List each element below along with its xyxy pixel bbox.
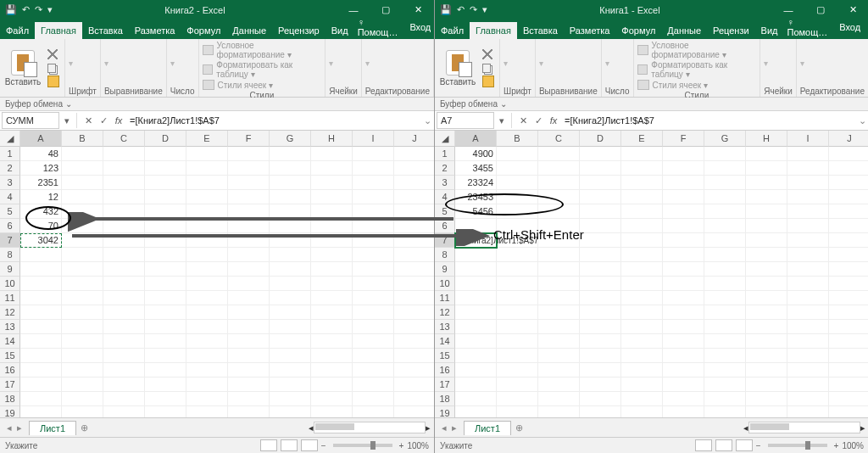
cell-J18[interactable] [829,392,868,406]
cell-A15[interactable] [455,349,497,363]
cell-H13[interactable] [311,320,353,334]
row-header-10[interactable]: 10 [435,277,455,291]
cell-F14[interactable] [228,334,270,349]
cell-F5[interactable] [663,204,704,219]
cell-I17[interactable] [787,378,829,392]
ribbon-group-Шрифт[interactable]: ▾Шрифт [500,39,536,97]
col-header-H[interactable]: H [746,131,787,147]
cell-G13[interactable] [704,320,746,334]
cell-A1[interactable]: 4900 [455,147,497,161]
cell-B13[interactable] [62,320,103,334]
cell-C4[interactable] [103,190,145,204]
cell-A11[interactable] [455,291,497,305]
fx-icon[interactable]: fx [111,115,126,126]
cell-B18[interactable] [62,392,103,406]
cell-J15[interactable] [829,349,868,363]
cell-H7[interactable] [746,233,787,248]
ribbon-tab-вид[interactable]: Вид [326,22,354,39]
undo-icon[interactable]: ↶ [22,4,30,15]
cell-E4[interactable] [621,190,663,204]
cell-A13[interactable] [455,320,497,334]
cell-F7[interactable] [663,233,704,248]
cell-D15[interactable] [145,349,186,363]
cell-E12[interactable] [186,305,228,320]
zoom-slider[interactable] [768,444,827,447]
row-header-8[interactable]: 8 [435,248,455,262]
cell-B8[interactable] [497,248,538,262]
clipboard-caption[interactable]: Буфер обмена ⌄ [435,98,868,111]
cell-I19[interactable] [353,406,394,417]
zoom-slider[interactable] [333,444,392,447]
cell-H8[interactable] [746,248,787,262]
cell-G11[interactable] [704,291,746,305]
cell-C14[interactable] [538,334,580,349]
row-header-6[interactable]: 6 [435,219,455,233]
cell-C17[interactable] [103,378,145,392]
cell-H3[interactable] [746,176,787,190]
cell-B16[interactable] [497,363,538,378]
cell-B9[interactable] [62,262,103,277]
cell-J9[interactable] [829,262,868,277]
cell-D5[interactable] [145,204,186,219]
cell-C7[interactable] [103,233,145,248]
cell-I8[interactable] [787,248,829,262]
cell-H12[interactable] [311,305,353,320]
cell-I14[interactable] [787,334,829,349]
cell-F18[interactable] [663,392,704,406]
cell-A4[interactable]: 12 [20,190,62,204]
ribbon-tab-вставка[interactable]: Вставка [82,22,129,39]
row-header-4[interactable]: 4 [0,190,20,204]
copy-button[interactable] [482,62,496,74]
cell-B13[interactable] [497,320,538,334]
cell-H16[interactable] [746,363,787,378]
cell-A15[interactable] [20,349,62,363]
cell-B11[interactable] [497,291,538,305]
ribbon-group-Ячейки[interactable]: ▾Ячейки [760,39,797,97]
cell-A19[interactable] [20,406,62,417]
cell-C8[interactable] [103,248,145,262]
cell-G16[interactable] [270,363,311,378]
cell-I12[interactable] [787,305,829,320]
cell-H14[interactable] [311,334,353,349]
worksheet-grid[interactable]: ◢ABCDEFGHIJ14821233235141254326707304289… [0,131,434,417]
cell-A14[interactable] [20,334,62,349]
cell-G1[interactable] [704,147,746,161]
row-header-8[interactable]: 8 [0,248,20,262]
cell-A1[interactable]: 48 [20,147,62,161]
cell-J3[interactable] [394,176,434,190]
cell-D3[interactable] [145,176,186,190]
row-header-9[interactable]: 9 [435,262,455,277]
cell-G14[interactable] [704,334,746,349]
cell-J11[interactable] [394,291,434,305]
view-pagebreak-icon[interactable] [301,439,318,451]
cell-E19[interactable] [621,406,663,417]
undo-icon[interactable]: ↶ [457,4,465,15]
cell-J2[interactable] [829,161,868,176]
cell-F11[interactable] [228,291,270,305]
cell-G9[interactable] [270,262,311,277]
cell-C5[interactable] [103,204,145,219]
cell-D18[interactable] [580,392,621,406]
login-link[interactable]: Вход [406,20,434,34]
cell-D10[interactable] [580,277,621,291]
col-header-G[interactable]: G [270,131,311,147]
cell-A5[interactable]: 5456 [455,204,497,219]
row-header-19[interactable]: 19 [435,406,455,417]
select-all-corner[interactable]: ◢ [0,131,20,147]
cell-F12[interactable] [228,305,270,320]
cell-A18[interactable] [455,392,497,406]
cell-E1[interactable] [621,147,663,161]
cell-B8[interactable] [62,248,103,262]
zoom-out-icon[interactable]: − [756,441,761,450]
cell-E15[interactable] [186,349,228,363]
cell-D13[interactable] [580,320,621,334]
cell-D12[interactable] [145,305,186,320]
cell-I18[interactable] [787,392,829,406]
row-header-5[interactable]: 5 [0,204,20,219]
cell-A6[interactable] [455,219,497,233]
cell-H2[interactable] [311,161,353,176]
cell-F16[interactable] [663,363,704,378]
cell-C12[interactable] [538,305,580,320]
cell-B11[interactable] [62,291,103,305]
cell-H14[interactable] [746,334,787,349]
